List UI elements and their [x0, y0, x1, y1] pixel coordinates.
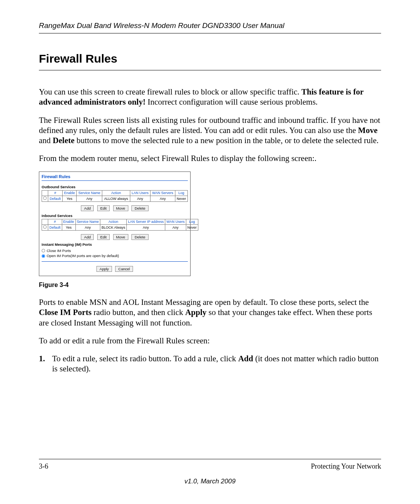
col-radio	[42, 219, 48, 224]
table-header-row: # Enable Service Name Action LAN Server …	[42, 219, 198, 224]
text: You can use this screen to create firewa…	[39, 87, 301, 96]
row-radio[interactable]	[42, 196, 48, 201]
screenshot-title: Firewall Rules	[42, 173, 188, 180]
page-footer: 3-6 Protecting Your Network v1.0, March …	[39, 459, 381, 485]
chapter-title: Protecting Your Network	[311, 462, 382, 471]
cell: Any	[75, 224, 100, 230]
cell: Any	[165, 224, 186, 230]
text: and	[39, 136, 53, 145]
col-action: Action	[102, 190, 130, 196]
divider	[42, 261, 188, 262]
table-row: Default Yes Any ALLOW always Any Any Nev…	[42, 196, 188, 201]
outbound-buttons: Add Edit Move Delete	[42, 204, 188, 211]
col-service: Service Name	[75, 219, 100, 224]
move-button[interactable]: Move	[113, 205, 128, 211]
col-log: Log	[175, 190, 187, 196]
col-num: #	[48, 219, 62, 224]
apply-button[interactable]: Apply	[96, 266, 112, 272]
cancel-button[interactable]: Cancel	[115, 266, 133, 272]
col-wan: WAN Servers	[150, 190, 175, 196]
table-header-row: # Enable Service Name Action LAN Users W…	[42, 190, 188, 196]
close-im-label: Close IM Ports	[47, 248, 71, 253]
inbound-table: # Enable Service Name Action LAN Server …	[42, 219, 198, 231]
cell: Yes	[62, 224, 75, 230]
col-log: Log	[186, 219, 198, 224]
table-row: Default Yes Any BLOCK Always Any Any Nev…	[42, 224, 198, 230]
col-radio	[42, 190, 48, 196]
delete-button[interactable]: Delete	[131, 205, 148, 211]
text: buttons to move the selected rule to a n…	[75, 136, 379, 145]
inbound-buttons: Add Edit Move Delete	[42, 233, 188, 240]
apply-cancel-row: Apply Cancel	[42, 265, 188, 272]
row-num: Default	[48, 224, 62, 230]
text: To edit a rule, select its radio button.…	[52, 354, 238, 363]
cell: Never	[175, 196, 187, 201]
delete-label: Delete	[53, 136, 75, 145]
firewall-screenshot: Firewall Rules Outbound Services # Enabl…	[39, 172, 191, 276]
col-action: Action	[100, 219, 127, 224]
close-im-option[interactable]: Close IM Ports	[42, 248, 188, 253]
cell: Never	[186, 224, 198, 230]
step-number: 1.	[39, 354, 52, 374]
running-header: RangeMax Dual Band Wireless-N Modem Rout…	[39, 21, 381, 33]
cell: Any	[130, 196, 150, 201]
page-number: 3-6	[39, 462, 48, 471]
edit-button[interactable]: Edit	[97, 234, 110, 240]
col-wan: WAN Users	[165, 219, 186, 224]
col-num: #	[48, 190, 63, 196]
col-lan: LAN Users	[130, 190, 150, 196]
divider	[42, 180, 188, 181]
footer-line: 3-6 Protecting Your Network	[39, 462, 381, 471]
cell: Any	[127, 224, 165, 230]
step-text: To edit a rule, select its radio button.…	[52, 354, 381, 374]
paragraph-instruction: From the modem router menu, select Firew…	[39, 153, 381, 163]
add-bold: Add	[238, 354, 253, 363]
col-enable: Enable	[62, 219, 75, 224]
col-enable: Enable	[62, 190, 76, 196]
paragraph-add-edit: To add or edit a rule from the Firewall …	[39, 336, 381, 346]
row-radio[interactable]	[42, 224, 48, 230]
section-heading: Firewall Rules	[39, 52, 381, 70]
cell: Yes	[62, 196, 76, 201]
text: Incorrect configuration will cause serio…	[145, 97, 318, 107]
outbound-table: # Enable Service Name Action LAN Users W…	[42, 190, 188, 202]
version-line: v1.0, March 2009	[39, 478, 381, 485]
col-service: Service Name	[77, 190, 102, 196]
figure-caption: Figure 3-4	[39, 282, 381, 289]
row-num: Default	[48, 196, 63, 201]
rule-radio[interactable]	[43, 225, 47, 229]
cell: BLOCK Always	[100, 224, 127, 230]
add-button[interactable]: Add	[81, 205, 94, 211]
close-im-bold: Close IM Ports	[39, 308, 91, 317]
paragraph-intro: You can use this screen to create firewa…	[39, 87, 381, 107]
open-im-label: Open IM Ports(IM ports are open by defau…	[47, 254, 119, 258]
steps-list: 1. To edit a rule, select its radio butt…	[39, 354, 381, 374]
paragraph-im-ports: Ports to enable MSN and AOL Instant Mess…	[39, 297, 381, 328]
im-options: Close IM Ports Open IM Ports(IM ports ar…	[42, 248, 188, 259]
col-lan-ip: LAN Server IP address	[127, 219, 165, 224]
cell: Any	[150, 196, 175, 201]
step-1: 1. To edit a rule, select its radio butt…	[39, 354, 381, 374]
delete-button[interactable]: Delete	[131, 234, 148, 240]
outbound-heading: Outbound Services	[42, 185, 188, 189]
apply-bold: Apply	[185, 308, 206, 317]
figure-container: Firewall Rules Outbound Services # Enabl…	[39, 172, 381, 289]
open-im-option[interactable]: Open IM Ports(IM ports are open by defau…	[42, 253, 188, 258]
text: The Firewall Rules screen lists all exis…	[39, 116, 380, 135]
close-im-radio[interactable]	[42, 249, 45, 252]
open-im-radio[interactable]	[42, 254, 45, 258]
text: Ports to enable MSN and AOL Instant Mess…	[39, 298, 369, 307]
edit-button[interactable]: Edit	[97, 205, 110, 211]
im-heading: Instant Messaging (IM) Ports	[42, 242, 188, 247]
text: radio button, and then click	[91, 308, 185, 317]
inbound-heading: Inbound Services	[42, 214, 188, 218]
cell: Any	[77, 196, 102, 201]
cell: ALLOW always	[102, 196, 130, 201]
footer-rule	[39, 459, 381, 459]
rule-radio[interactable]	[43, 196, 47, 200]
paragraph-overview: The Firewall Rules screen lists all exis…	[39, 115, 381, 146]
move-label: Move	[358, 126, 378, 135]
move-button[interactable]: Move	[113, 234, 128, 240]
add-button[interactable]: Add	[81, 234, 94, 240]
